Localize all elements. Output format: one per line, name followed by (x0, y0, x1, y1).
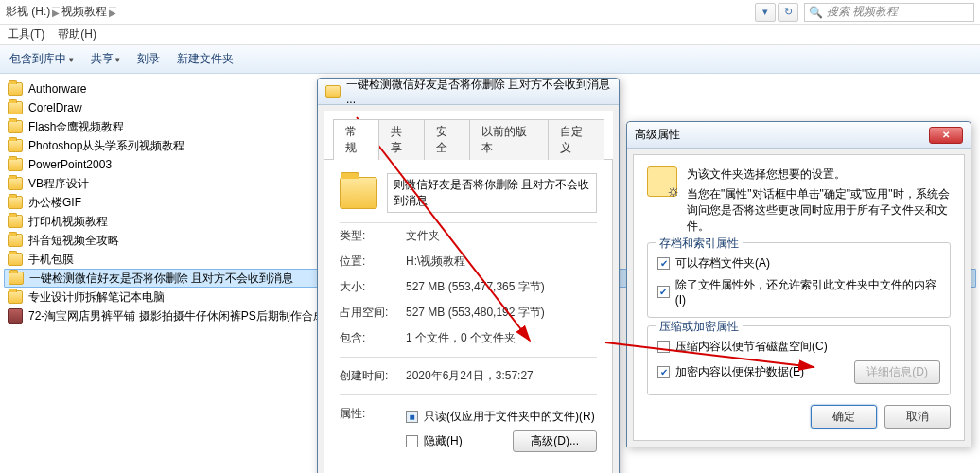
label-encrypt: 加密内容以便保护数据(E) (675, 364, 804, 380)
archive-icon (8, 308, 23, 324)
label-location: 位置: (340, 254, 406, 270)
folder-icon (8, 101, 23, 114)
folder-icon (8, 120, 23, 133)
folder-settings-icon (647, 166, 677, 197)
refresh-button[interactable]: ↻ (778, 3, 798, 22)
label-compress: 压缩内容以便节省磁盘空间(C) (675, 339, 828, 355)
folder-icon (8, 82, 23, 96)
label-contains: 包含: (340, 330, 406, 346)
list-item-label: 专业设计师拆解笔记本电脑 (28, 289, 165, 306)
list-item-label: 抖音短视频全攻略 (28, 233, 119, 249)
label-created: 创建时间: (340, 368, 406, 384)
group-archive-title: 存档和索引属性 (656, 236, 743, 252)
list-item-label: 72-淘宝网店男裤平铺 摄影拍摄牛仔休闲裤PS后期制作合成 视频 (28, 308, 350, 324)
details-button[interactable]: 详细信息(D) (854, 360, 940, 384)
checkbox-readonly[interactable]: ■ (406, 411, 418, 423)
checkbox-archive[interactable]: ✔ (657, 257, 670, 270)
tab-custom[interactable]: 自定义 (548, 119, 605, 160)
group-archive: 存档和索引属性 ✔ 可以存档文件夹(A) ✔ 除了文件属性外，还允许索引此文件夹… (647, 242, 951, 318)
checkbox-compress[interactable] (657, 341, 670, 353)
folder-icon (8, 158, 23, 171)
search-input[interactable]: 🔍 搜索 视频教程 (804, 3, 974, 22)
list-item-label: Authorware (28, 82, 86, 96)
list-item-label: 一键检测微信好友是否将你删除 且对方不会收到消息 (29, 271, 293, 287)
checkbox-index[interactable]: ✔ (657, 286, 670, 298)
breadcrumb-folder[interactable]: 视频教程 (61, 4, 107, 20)
breadcrumb-drive[interactable]: 影视 (H:) (6, 4, 50, 20)
folder-icon (8, 234, 23, 247)
properties-dialog: 一键检测微信好友是否将你删除 且对方不会收到消息 ... 常规 共享 安全 以前… (317, 78, 620, 473)
value-contains: 1 个文件，0 个文件夹 (406, 330, 516, 346)
folder-icon (340, 177, 377, 209)
folder-icon (8, 253, 23, 266)
label-size: 大小: (340, 279, 406, 295)
properties-tabs: 常规 共享 安全 以前的版本 自定义 (324, 111, 613, 160)
toolbar-burn[interactable]: 刻录 (137, 51, 160, 67)
label-attributes: 属性: (340, 406, 406, 422)
properties-panel: 则微信好友是否将你删除 且对方不会收到消息 类型:文件夹 位置:H:\视频教程 … (324, 160, 613, 473)
checkbox-encrypt[interactable]: ✔ (657, 366, 670, 378)
folder-icon (8, 177, 23, 190)
group-compress-title: 压缩或加密属性 (656, 319, 743, 335)
label-readonly: 只读(仅应用于文件夹中的文件)(R) (424, 409, 595, 425)
list-item-label: CorelDraw (28, 101, 82, 114)
group-compress: 压缩或加密属性 压缩内容以便节省磁盘空间(C) ✔ 加密内容以便保护数据(E) … (647, 325, 951, 395)
list-item-label: PowerPoint2003 (28, 158, 112, 171)
ok-button[interactable]: 确定 (811, 405, 877, 429)
advanced-dialog: 高级属性 ✕ 为该文件夹选择您想要的设置。 当您在"属性"对话框中单击"确定"或… (626, 121, 971, 447)
folder-icon (8, 139, 23, 152)
dropdown-history-button[interactable]: ▾ (755, 3, 776, 22)
label-index: 除了文件属性外，还允许索引此文件夹中文件的内容(I) (675, 277, 940, 307)
tab-general[interactable]: 常规 (333, 119, 379, 160)
chevron-right-icon: ▶ (109, 7, 116, 18)
close-button[interactable]: ✕ (929, 127, 963, 144)
list-item-label: 手机包膜 (28, 252, 74, 268)
explorer-toolbar: 包含到库中 共享 刻录 新建文件夹 (0, 45, 980, 74)
value-size: 527 MB (553,477,365 字节) (406, 279, 545, 295)
label-archive: 可以存档文件夹(A) (675, 255, 770, 272)
folder-icon (9, 272, 24, 285)
address-bar: 影视 (H:) ▶ 视频教程 ▶ ▾ ↻ 🔍 搜索 视频教程 (0, 0, 980, 25)
menu-tools[interactable]: 工具(T) (8, 26, 44, 43)
folder-icon (8, 196, 23, 209)
properties-titlebar[interactable]: 一键检测微信好友是否将你删除 且对方不会收到消息 ... (318, 79, 619, 105)
menu-help[interactable]: 帮助(H) (58, 26, 96, 43)
value-disksize: 527 MB (553,480,192 字节) (406, 305, 545, 321)
value-created: 2020年6月24日，3:57:27 (406, 368, 534, 384)
list-item-label: Flash金鹰视频教程 (28, 119, 124, 135)
chevron-right-icon: ▶ (52, 7, 60, 18)
folder-icon (8, 215, 23, 228)
search-icon: 🔍 (809, 6, 823, 19)
list-item-label: 打印机视频教程 (28, 214, 108, 230)
advanced-desc1: 为该文件夹选择您想要的设置。 (687, 166, 951, 183)
cancel-button[interactable]: 取消 (884, 405, 951, 429)
folder-icon (325, 85, 341, 98)
advanced-panel: 为该文件夹选择您想要的设置。 当您在"属性"对话框中单击"确定"或"应用"时，系… (633, 154, 965, 441)
menu-bar: 工具(T) 帮助(H) (0, 25, 980, 45)
label-type: 类型: (340, 228, 406, 244)
folder-name-field[interactable]: 则微信好友是否将你删除 且对方不会收到消息 (387, 173, 597, 213)
list-item-label: Photoshop从头学系列视频教程 (28, 138, 184, 154)
label-disksize: 占用空间: (340, 305, 406, 321)
label-hidden: 隐藏(H) (424, 433, 463, 449)
folder-icon (8, 290, 23, 304)
search-placeholder: 搜索 视频教程 (827, 4, 898, 20)
tab-share[interactable]: 共享 (378, 119, 425, 160)
advanced-button[interactable]: 高级(D)... (513, 430, 597, 452)
checkbox-hidden[interactable] (406, 435, 418, 447)
advanced-titlebar[interactable]: 高级属性 ✕ (627, 122, 971, 149)
tab-previous[interactable]: 以前的版本 (469, 119, 549, 160)
advanced-desc2: 当您在"属性"对话框中单击"确定"或"应用"时，系统会询问您是否将这些更改同时应… (687, 186, 951, 235)
value-type: 文件夹 (406, 228, 440, 244)
value-location: H:\视频教程 (406, 254, 465, 270)
advanced-title: 高级属性 (635, 127, 929, 143)
list-item-label: 办公楼GIF (28, 195, 81, 211)
toolbar-include[interactable]: 包含到库中 (9, 51, 74, 67)
tab-security[interactable]: 安全 (424, 119, 470, 160)
list-item-label: VB程序设计 (28, 176, 89, 192)
toolbar-newfolder[interactable]: 新建文件夹 (177, 51, 234, 67)
toolbar-share[interactable]: 共享 (91, 51, 121, 67)
breadcrumb[interactable]: 影视 (H:) ▶ 视频教程 ▶ (6, 1, 755, 24)
properties-title: 一键检测微信好友是否将你删除 且对方不会收到消息 ... (346, 77, 611, 106)
